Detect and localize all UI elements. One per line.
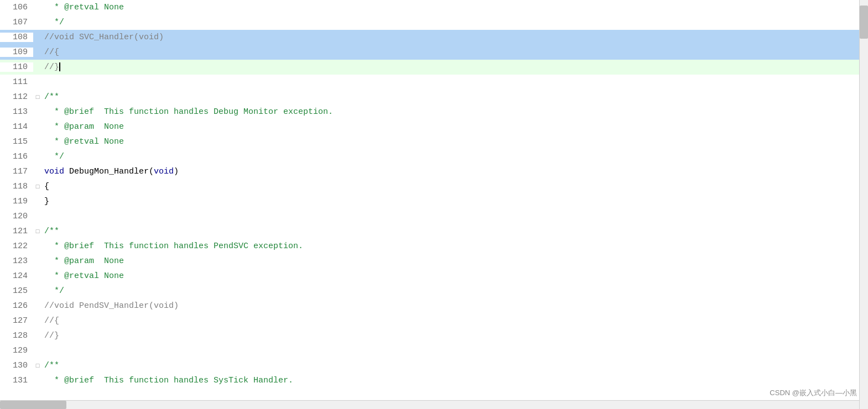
code-line: 114 * @param None	[0, 119, 868, 134]
line-number: 123	[0, 256, 33, 266]
code-line: 127//{	[0, 313, 868, 328]
code-content: //}	[42, 62, 868, 72]
line-number: 119	[0, 197, 33, 206]
line-number: 114	[0, 122, 33, 132]
code-line: 107 */	[0, 15, 868, 30]
line-number: 122	[0, 242, 33, 251]
code-line: 120	[0, 209, 868, 224]
code-content: */	[42, 286, 868, 296]
line-number: 129	[0, 346, 33, 355]
line-number: 116	[0, 152, 33, 161]
code-content: * @retval None	[42, 271, 868, 281]
code-area: 106 * @retval None107 */108//void SVC_Ha…	[0, 0, 868, 398]
code-content: {	[42, 182, 868, 191]
code-line: 126//void PendSV_Handler(void)	[0, 298, 868, 313]
code-line: 110//}	[0, 60, 868, 75]
code-line: 112□/**	[0, 90, 868, 104]
fold-icon[interactable]: □	[33, 228, 42, 235]
code-line: 118□{	[0, 179, 868, 194]
code-line: 109//{	[0, 45, 868, 60]
code-content: * @retval None	[42, 137, 868, 146]
text-cursor	[59, 62, 60, 71]
code-line: 130□/**	[0, 358, 868, 373]
code-line: 111	[0, 75, 868, 90]
watermark: CSDN @嵌入式小白—小黑	[770, 388, 857, 398]
code-line: 124 * @retval None	[0, 269, 868, 284]
code-line: 125 */	[0, 284, 868, 298]
line-number: 110	[0, 62, 33, 72]
line-number: 120	[0, 212, 33, 221]
code-content: void DebugMon_Handler(void)	[42, 167, 868, 176]
code-line: 119}	[0, 194, 868, 209]
code-content: //void PendSV_Handler(void)	[42, 301, 868, 311]
code-line: 123 * @param None	[0, 254, 868, 269]
code-content: /**	[42, 227, 868, 236]
code-content: */	[42, 18, 868, 27]
code-content: }	[42, 197, 868, 206]
code-content: * @brief This function handles PendSVC e…	[42, 242, 868, 251]
line-number: 127	[0, 316, 33, 326]
code-content: //{	[42, 48, 868, 57]
line-number: 108	[0, 33, 33, 42]
vertical-scrollbar-thumb[interactable]	[860, 6, 868, 39]
horizontal-scrollbar-thumb[interactable]	[0, 401, 66, 409]
code-line: 121□/**	[0, 224, 868, 239]
line-number: 111	[0, 77, 33, 87]
horizontal-scrollbar[interactable]	[0, 400, 859, 409]
code-line: 117void DebugMon_Handler(void)	[0, 164, 868, 179]
line-number: 130	[0, 361, 33, 370]
code-content: * @param None	[42, 122, 868, 132]
code-content: * @retval None	[42, 3, 868, 12]
line-number: 125	[0, 286, 33, 296]
code-line: 106 * @retval None	[0, 0, 868, 15]
code-content: * @brief This function handles Debug Mon…	[42, 107, 868, 117]
vertical-scrollbar[interactable]	[859, 0, 868, 409]
code-line: 116 */	[0, 149, 868, 164]
line-number: 115	[0, 137, 33, 146]
code-content: * @param None	[42, 256, 868, 266]
editor-container: 106 * @retval None107 */108//void SVC_Ha…	[0, 0, 868, 409]
fold-icon[interactable]: □	[33, 363, 42, 369]
code-content: //{	[42, 316, 868, 326]
code-line: 115 * @retval None	[0, 134, 868, 149]
code-line: 128//}	[0, 328, 868, 343]
line-number: 117	[0, 167, 33, 176]
line-number: 118	[0, 182, 33, 191]
line-number: 121	[0, 227, 33, 236]
line-number: 113	[0, 107, 33, 117]
code-content: //}	[42, 331, 868, 340]
code-line: 122 * @brief This function handles PendS…	[0, 239, 868, 254]
code-line: 129	[0, 343, 868, 358]
fold-icon[interactable]: □	[33, 94, 42, 101]
code-content: */	[42, 152, 868, 161]
line-number: 128	[0, 331, 33, 340]
line-number: 126	[0, 301, 33, 311]
code-content: //void SVC_Handler(void)	[42, 33, 868, 42]
code-line: 113 * @brief This function handles Debug…	[0, 104, 868, 119]
code-line: 131 * @brief This function handles SysTi…	[0, 373, 868, 388]
line-number: 106	[0, 3, 33, 12]
code-content: /**	[42, 361, 868, 370]
line-number: 109	[0, 48, 33, 57]
fold-icon[interactable]: □	[33, 183, 42, 190]
line-number: 131	[0, 376, 33, 385]
line-number: 112	[0, 92, 33, 102]
line-number: 124	[0, 271, 33, 281]
line-number: 107	[0, 18, 33, 27]
code-content: * @brief This function handles SysTick H…	[42, 376, 868, 385]
code-content: /**	[42, 92, 868, 102]
code-line: 108//void SVC_Handler(void)	[0, 30, 868, 45]
